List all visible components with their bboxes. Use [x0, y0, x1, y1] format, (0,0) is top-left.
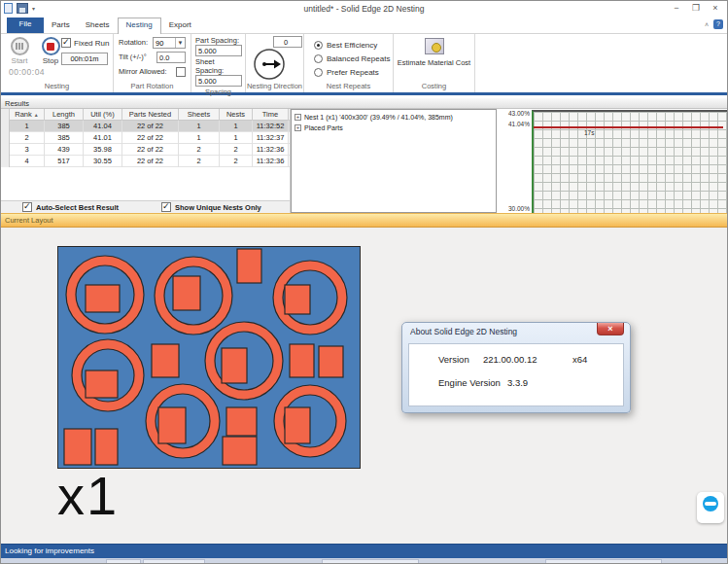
radio-balanced-repeats[interactable]: Balanced Repeats	[304, 53, 393, 64]
taskbar-sliver	[1, 558, 727, 564]
table-row[interactable]: 238541.0122 of 221111:32:37	[1, 132, 290, 144]
table-row[interactable]: 138541.0422 of 221111:32:52	[1, 121, 290, 132]
auto-select-best-result-checkbox[interactable]: ✓	[22, 202, 32, 212]
app-window: ▾ untitled* - Solid Edge 2D Nesting − ❐ …	[0, 0, 728, 564]
rotation-label: Rotation:	[119, 38, 148, 47]
tree-expand-icon[interactable]: +	[295, 124, 301, 131]
ytick-label: 41.04%	[508, 121, 530, 127]
elapsed-timer: 00:00:04	[9, 67, 45, 77]
close-button[interactable]: ×	[706, 1, 725, 15]
radio-prefer-repeats[interactable]: Prefer Repeats	[304, 66, 393, 78]
tab-file[interactable]: File	[7, 18, 44, 33]
direction-angle-field[interactable]: 0	[273, 36, 302, 48]
start-icon	[11, 37, 29, 55]
tab-sheets[interactable]: Sheets	[78, 18, 118, 33]
table-row[interactable]: 343935.9822 of 222211:32:36	[1, 144, 290, 156]
show-unique-nests-label: Show Unique Nests Only	[175, 203, 261, 212]
tree-item-placed-parts[interactable]: + Placed Parts	[295, 123, 493, 132]
remote-access-badge[interactable]	[697, 492, 724, 523]
tilt-label: Tilt (+/-)°	[119, 53, 147, 61]
ytick-label: 43.00%	[508, 110, 530, 117]
teamviewer-icon	[703, 496, 718, 511]
ribbon-tab-row: File Parts Sheets Nesting Export ˄ ?	[1, 18, 727, 34]
layout-canvas: x1 About Solid Edge 2D Nesting × Version…	[1, 228, 727, 544]
engine-version-label: Engine Version	[438, 377, 501, 388]
start-button[interactable]: Start	[5, 37, 34, 65]
status-bar: Looking for improvements	[1, 544, 727, 558]
fixed-run-label: Fixed Run	[74, 39, 109, 48]
group-label-spacing: Spacing	[191, 87, 245, 98]
ytick-label: 30.00%	[508, 205, 530, 212]
results-table-header: Rank▲ Length Util (%) Parts Nested Sheet…	[1, 109, 290, 121]
nest-tree: + Nest 1 (x1) '400x300' (39.49% / 41.04%…	[291, 109, 497, 213]
estimate-material-cost-button[interactable]: Estimate Material Cost	[394, 38, 474, 67]
group-label-part-rotation: Part Rotation	[114, 81, 191, 92]
group-nest-repeats: Best Efficiency Balanced Repeats Prefer …	[304, 34, 394, 92]
results-panel-header: Results	[1, 98, 727, 109]
window-controls: − ❐ ×	[667, 1, 725, 15]
stop-icon	[42, 37, 60, 55]
chart-plot-area: 17s	[532, 110, 727, 213]
sheet-spacing-field[interactable]: 5.000	[195, 75, 242, 87]
utilization-series-line	[534, 126, 723, 128]
material-cost-icon	[425, 38, 444, 54]
results-options-bar: ✓ Auto-Select Best Result ✓ Show Unique …	[1, 200, 290, 213]
chevron-down-icon[interactable]: ▼	[175, 38, 185, 48]
about-dialog-title[interactable]: About Solid Edge 2D Nesting	[410, 327, 517, 336]
utilization-chart: 43.00% 41.04% 30.00% 17s	[497, 109, 727, 213]
radio-icon	[314, 54, 323, 63]
auto-select-best-result-label: Auto-Select Best Result	[36, 203, 119, 212]
fixed-run-checkbox[interactable]: ✓	[61, 38, 71, 48]
sort-asc-icon: ▲	[34, 112, 39, 118]
tilt-field[interactable]: 0.0	[156, 52, 186, 63]
current-layout-header: Current Layout	[1, 213, 727, 228]
group-nesting-direction: 0 Nesting Direction	[246, 34, 304, 92]
title-bar: ▾ untitled* - Solid Edge 2D Nesting − ❐ …	[1, 1, 727, 18]
group-nesting: Start Stop 00:00:04 ✓ Fixed Run 00h:01m …	[1, 34, 114, 92]
group-label-costing: Costing	[394, 81, 474, 92]
architecture-value: x64	[572, 354, 587, 365]
group-costing: Estimate Material Cost Costing	[394, 34, 475, 92]
tree-item-nest1[interactable]: + Nest 1 (x1) '400x300' (39.49% / 41.04%…	[295, 112, 493, 122]
collapse-ribbon-icon[interactable]: ˄	[705, 21, 709, 28]
tab-nesting[interactable]: Nesting	[118, 18, 161, 34]
group-label-nest-repeats: Nest Repeats	[304, 81, 393, 92]
mirror-allowed-label: Mirror Allowed:	[119, 67, 167, 76]
nest-sheet[interactable]	[57, 246, 361, 469]
tab-export[interactable]: Export	[161, 18, 199, 33]
group-label-nesting: Nesting	[1, 81, 113, 92]
about-dialog-body: Version 221.00.00.12 x64 Engine Version …	[408, 343, 624, 406]
engine-version-value: 3.3.9	[507, 377, 528, 388]
version-label: Version	[438, 354, 469, 365]
group-spacing: Part Spacing: 5.000 Sheet Spacing: 5.000…	[191, 34, 246, 92]
show-unique-nests-checkbox[interactable]: ✓	[161, 202, 171, 212]
radio-best-efficiency[interactable]: Best Efficiency	[304, 39, 393, 51]
fixed-run-duration-field[interactable]: 00h:01m	[61, 53, 108, 65]
restore-button[interactable]: ❐	[686, 1, 706, 15]
rotation-select[interactable]: 90 ▼	[153, 37, 186, 49]
group-part-rotation: Rotation: 90 ▼ Tilt (+/-)° 0.0 Mirror Al…	[114, 34, 191, 92]
ribbon: Start Stop 00:00:04 ✓ Fixed Run 00h:01m …	[1, 34, 727, 92]
tab-parts[interactable]: Parts	[44, 18, 78, 33]
sheet-spacing-label: Sheet Spacing:	[195, 57, 243, 75]
nesting-direction-icon[interactable]	[253, 48, 286, 81]
minimize-button[interactable]: −	[667, 1, 686, 15]
results-body: Rank▲ Length Util (%) Parts Nested Sheet…	[1, 109, 727, 213]
radio-icon	[314, 68, 323, 77]
time-annotation: 17s	[584, 129, 594, 136]
radio-icon	[314, 41, 323, 50]
sheet-multiplier-label: x1	[57, 464, 119, 527]
results-table: Rank▲ Length Util (%) Parts Nested Sheet…	[1, 109, 291, 213]
group-label-nesting-direction: Nesting Direction	[246, 81, 303, 92]
dialog-close-button[interactable]: ×	[597, 323, 624, 335]
about-dialog: About Solid Edge 2D Nesting × Version 22…	[401, 322, 631, 413]
table-row[interactable]: 451730.5522 of 222211:32:36	[1, 156, 290, 167]
part-spacing-label: Part Spacing:	[195, 36, 243, 45]
window-title: untitled* - Solid Edge 2D Nesting	[1, 4, 727, 14]
tree-expand-icon[interactable]: +	[295, 114, 301, 121]
part-spacing-field[interactable]: 5.000	[195, 45, 242, 56]
help-icon[interactable]: ?	[713, 19, 723, 29]
mirror-allowed-checkbox[interactable]: ✓	[176, 67, 186, 77]
version-value: 221.00.00.12	[483, 354, 537, 365]
